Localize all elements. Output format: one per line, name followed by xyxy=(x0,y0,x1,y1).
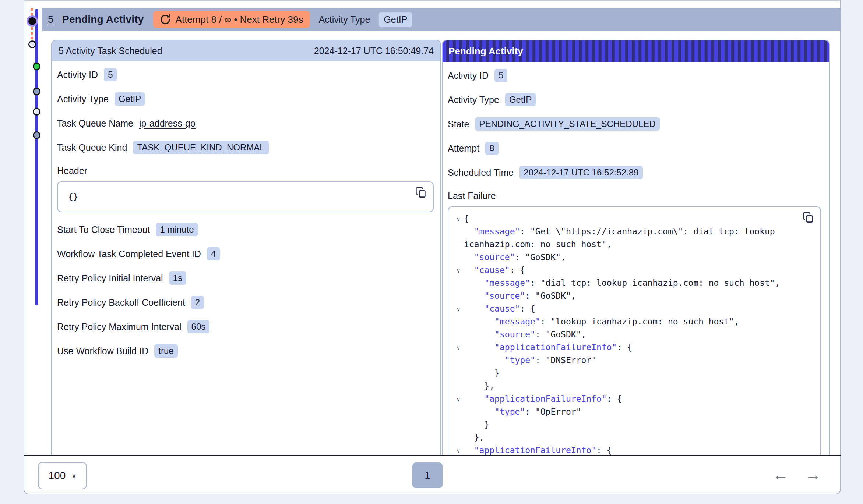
task-queue-link[interactable]: ip-address-go xyxy=(139,118,196,129)
timeline-dot[interactable] xyxy=(28,40,36,48)
code-text xyxy=(464,355,505,365)
row-value-badge: 60s xyxy=(187,320,210,333)
detail-row: Retry Policy Backoff Coefficient 2 xyxy=(57,296,434,309)
row-label: Scheduled Time xyxy=(448,167,514,178)
code-line: }, xyxy=(453,380,817,393)
code-line: ∨ "cause": { xyxy=(453,264,817,277)
code-line: "message": "lookup icanhazip.com: no suc… xyxy=(453,315,817,328)
code-text: : "GoSDK", xyxy=(535,330,586,339)
code-key: "cause" xyxy=(474,265,510,275)
previous-page-arrow-icon[interactable]: ← xyxy=(772,466,789,483)
code-key: "type" xyxy=(494,407,525,416)
code-line: ∨{ xyxy=(453,212,817,225)
timeline-dot-selected[interactable] xyxy=(28,17,36,25)
state-badge: PENDING_ACTIVITY_STATE_SCHEDULED xyxy=(475,117,659,131)
collapse-chevron-icon[interactable]: ∨ xyxy=(453,264,464,277)
code-key: "applicationFailureInfo" xyxy=(484,394,606,404)
code-text xyxy=(464,317,494,326)
code-line: } xyxy=(453,418,817,431)
code-line: ∨ "applicationFailureInfo": { xyxy=(453,444,817,455)
pending-activity-header: Pending Activity xyxy=(443,40,829,62)
code-text: : "DNSError" xyxy=(535,355,596,365)
code-text xyxy=(464,407,494,416)
detail-row: Attempt 8 xyxy=(448,142,823,155)
code-text xyxy=(464,394,484,404)
code-line: "type": "DNSError" xyxy=(453,354,817,367)
code-text xyxy=(464,342,494,352)
page-number: 1 xyxy=(425,470,430,481)
event-detail-panel-header: 5 Activity Task Scheduled 2024-12-17 UTC… xyxy=(52,40,440,61)
code-line: "source": "GoSDK", xyxy=(453,251,817,264)
scheduled-time-badge: 2024-12-17 UTC 16:52:52.89 xyxy=(519,166,642,179)
activity-type-label: Activity Type xyxy=(319,14,370,25)
collapse-chevron-icon[interactable]: ∨ xyxy=(453,341,464,354)
copy-icon xyxy=(802,212,814,223)
code-key: "message" xyxy=(474,227,520,236)
page-number-button[interactable]: 1 xyxy=(412,462,443,488)
detail-row: Workflow Task Completed Event ID 4 xyxy=(57,248,434,260)
row-label: Activity Type xyxy=(57,94,109,104)
code-text xyxy=(464,227,474,236)
detail-row: Use Workflow Build ID true xyxy=(57,345,434,357)
code-line: "message": "Get \"https://icanhazip.com\… xyxy=(453,225,817,238)
row-label: Retry Policy Backoff Coefficient xyxy=(57,297,185,308)
code-text xyxy=(464,304,484,313)
row-value-badge: 5 xyxy=(104,68,117,81)
retry-icon xyxy=(159,14,171,25)
code-text: } xyxy=(464,368,500,378)
code-text: : { xyxy=(510,265,525,275)
code-text: : "Get \"https://icanhazip.com\": dial t… xyxy=(520,227,775,236)
event-summary-bar[interactable]: 5 Pending Activity Attempt 8 / ∞ • Next … xyxy=(42,8,840,31)
code-text: : { xyxy=(520,304,535,313)
timeline-pending-dotted-line xyxy=(31,8,33,46)
header-code-box: {} xyxy=(57,181,434,212)
row-label: Task Queue Kind xyxy=(57,142,127,153)
code-text: : "GoSDK", xyxy=(525,291,576,301)
code-text: : "GoSDK", xyxy=(515,252,566,262)
pagination-divider xyxy=(24,455,841,456)
row-label: Activity ID xyxy=(448,70,489,81)
code-text: : { xyxy=(607,394,622,404)
detail-row: Activity Type GetIP xyxy=(57,93,434,105)
code-line: "source": "GoSDK", xyxy=(453,290,817,302)
code-key: "source" xyxy=(474,252,515,262)
timeline-dot[interactable] xyxy=(33,131,40,139)
collapse-chevron-icon[interactable]: ∨ xyxy=(453,213,464,226)
row-label: Retry Policy Maximum Interval xyxy=(57,322,182,332)
code-text: : { xyxy=(596,446,612,455)
attempt-badge: 8 xyxy=(485,142,498,155)
timeline-dot[interactable] xyxy=(33,108,40,116)
detail-row: Scheduled Time 2024-12-17 UTC 16:52:52.8… xyxy=(448,166,823,179)
last-failure-code-box: ∨{ "message": "Get \"https://icanhazip.c… xyxy=(448,206,821,455)
code-key: "source" xyxy=(484,291,525,301)
event-id-link[interactable]: 5 xyxy=(48,14,53,25)
timeline-dot[interactable] xyxy=(33,88,40,95)
code-text: }, xyxy=(464,433,484,442)
detail-row: Task Queue Kind TASK_QUEUE_KIND_NORMAL xyxy=(57,141,434,154)
row-label: Task Queue Name xyxy=(57,118,133,129)
event-timestamp: 2024-12-17 UTC 16:50:49.74 xyxy=(314,46,434,56)
page-size-select[interactable]: 100 ∨ xyxy=(38,462,87,489)
code-text xyxy=(464,446,474,455)
collapse-chevron-icon[interactable]: ∨ xyxy=(453,444,464,455)
code-key: "type" xyxy=(505,355,535,365)
timeline-dot-green[interactable] xyxy=(33,63,40,70)
copy-button[interactable] xyxy=(802,212,814,224)
code-key: "applicationFailureInfo" xyxy=(494,342,617,352)
row-value-badge: 1s xyxy=(169,271,186,285)
code-text: { xyxy=(464,214,469,223)
event-detail-title: 5 Activity Task Scheduled xyxy=(59,46,162,56)
code-line: } xyxy=(453,367,817,380)
code-line: icanhazip.com: no such host", xyxy=(453,238,817,251)
row-label: State xyxy=(448,119,469,129)
next-page-arrow-icon[interactable]: → xyxy=(805,466,821,483)
pending-activity-title: Pending Activity xyxy=(448,46,523,57)
header-section-label: Header xyxy=(57,166,434,176)
code-line: "message": "dial tcp: lookup icanhazip.c… xyxy=(453,277,817,290)
code-line: "type": "OpError" xyxy=(453,405,817,418)
collapse-chevron-icon[interactable]: ∨ xyxy=(453,393,464,406)
collapse-chevron-icon[interactable]: ∨ xyxy=(453,303,464,316)
copy-button[interactable] xyxy=(415,187,427,199)
row-label: Workflow Task Completed Event ID xyxy=(57,249,201,259)
event-detail-panel: 5 Activity Task Scheduled 2024-12-17 UTC… xyxy=(51,40,441,455)
